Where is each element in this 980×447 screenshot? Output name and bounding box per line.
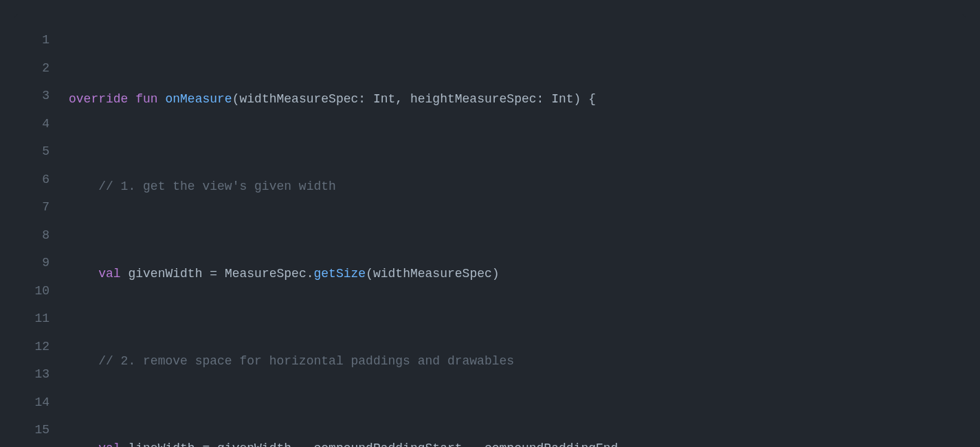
function-name: onMeasure [165, 92, 232, 106]
line-number: 13 [14, 360, 49, 389]
line-number-gutter: 1 2 3 4 5 6 7 8 9 10 11 12 13 14 15 [14, 26, 69, 447]
line-number: 1 [14, 26, 49, 54]
line-number: 10 [14, 277, 49, 305]
type: Int [551, 92, 573, 106]
code-line: // 2. remove space for horizontal paddin… [69, 347, 966, 375]
identifier: heightMeasureSpec [410, 92, 537, 106]
identifier: givenWidth [128, 267, 202, 281]
line-number: 6 [14, 166, 49, 194]
line-number: 9 [14, 249, 49, 277]
comment: // 1. get the view's given width [98, 179, 336, 193]
code-line: // 1. get the view's given width [69, 173, 966, 201]
code-line: val lineWidth = givenWidth - compoundPad… [69, 435, 966, 447]
line-number: 12 [14, 333, 49, 361]
line-number: 4 [14, 110, 49, 138]
identifier: compoundPaddingEnd [485, 441, 618, 447]
identifier: lineWidth [128, 441, 194, 447]
code-area[interactable]: override fun onMeasure(widthMeasureSpec:… [69, 26, 966, 447]
keyword: override [69, 92, 128, 106]
type: Int [373, 92, 395, 106]
comment: // 2. remove space for horizontal paddin… [98, 354, 514, 368]
identifier: givenWidth [217, 441, 291, 447]
code-line: override fun onMeasure(widthMeasureSpec:… [69, 85, 966, 113]
identifier: widthMeasureSpec [239, 92, 358, 106]
identifier: compoundPaddingStart [314, 441, 463, 447]
line-number: 2 [14, 54, 49, 83]
line-number: 3 [14, 82, 49, 110]
line-number: 11 [14, 305, 49, 333]
line-number: 5 [14, 138, 49, 166]
keyword: fun [135, 92, 157, 106]
line-number: 8 [14, 221, 49, 250]
line-number: 14 [14, 389, 49, 417]
code-block: 1 2 3 4 5 6 7 8 9 10 11 12 13 14 15 over… [14, 14, 966, 447]
line-number: 15 [14, 416, 49, 444]
code-line: val givenWidth = MeasureSpec.getSize(wid… [69, 260, 966, 288]
keyword: val [98, 267, 120, 281]
method-call: getSize [314, 267, 366, 281]
line-number: 7 [14, 193, 49, 221]
identifier: MeasureSpec [225, 267, 307, 281]
keyword: val [98, 441, 120, 447]
identifier: widthMeasureSpec [373, 267, 492, 281]
